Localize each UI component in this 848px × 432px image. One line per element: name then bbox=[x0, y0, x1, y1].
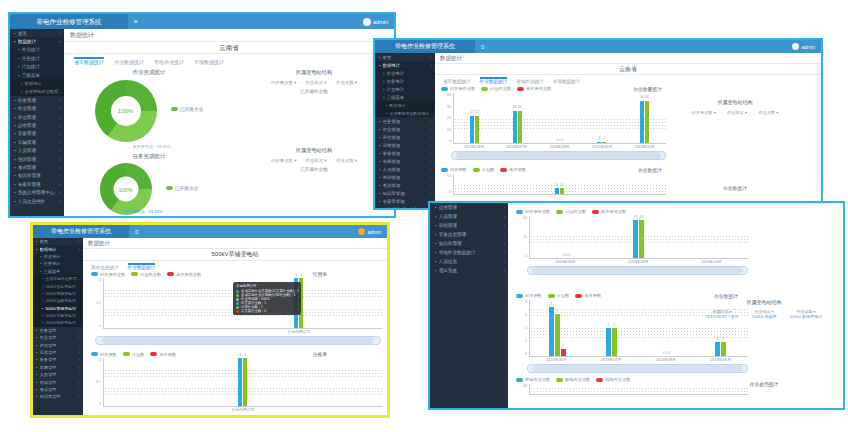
sidebar-item[interactable]: ▪三级菜单 bbox=[33, 268, 83, 275]
sidebar-item[interactable]: ▪考试管理› bbox=[375, 181, 435, 189]
legend-item[interactable]: 计划作业数 bbox=[556, 209, 586, 214]
sidebar-item[interactable]: ▪班组管理› bbox=[430, 221, 508, 230]
tab[interactable]: 带电作业统计 bbox=[154, 57, 184, 65]
sidebar-item[interactable]: ▪人员管理› bbox=[430, 212, 508, 221]
sidebar-item[interactable]: ▪运维管理› bbox=[430, 203, 508, 212]
sidebar-item[interactable]: ▪数据统计› bbox=[375, 61, 435, 69]
tab[interactable]: 作业数据统计 bbox=[480, 77, 508, 84]
sidebar-item[interactable]: ▪车辆管理› bbox=[10, 138, 64, 146]
sidebar-item[interactable]: ▪评估管理› bbox=[375, 133, 435, 141]
user-account[interactable]: admin bbox=[792, 43, 815, 50]
sidebar-item[interactable]: ▪110kV官渡变电站 bbox=[33, 282, 83, 289]
legend-item[interactable]: 线路作业次数 bbox=[596, 377, 630, 382]
legend-item[interactable]: 已开展数 bbox=[91, 352, 117, 357]
filter-select[interactable]: 作业批次 ▾ bbox=[306, 80, 327, 85]
horizontal-scrollbar[interactable] bbox=[527, 266, 748, 275]
legend-item[interactable]: 未开展数 bbox=[150, 352, 176, 357]
sidebar-item[interactable]: ▪评估管理› bbox=[33, 341, 83, 348]
sidebar-item[interactable]: ▪车辆管理› bbox=[375, 157, 435, 165]
sidebar-item[interactable]: ▪知识库管理› bbox=[10, 172, 64, 180]
legend-item[interactable]: 已开展数 bbox=[441, 167, 467, 172]
sidebar-item[interactable]: ▪任务统计 bbox=[33, 260, 83, 267]
legend-item[interactable]: 已开展作业数 bbox=[441, 86, 475, 91]
sidebar-item[interactable]: ▪退出系统› bbox=[430, 266, 508, 275]
sidebar-item[interactable]: ▪计划统计 bbox=[375, 85, 435, 93]
sidebar-item[interactable]: ▪考试管理› bbox=[33, 386, 83, 393]
sidebar-item[interactable]: ▪培训管理› bbox=[33, 378, 83, 385]
sidebar-item[interactable]: ▪装备管理› bbox=[10, 130, 64, 138]
sidebar-item[interactable]: ▪全省带电作业数据统计查询 bbox=[375, 109, 435, 117]
sidebar-item[interactable]: ▪人员管理› bbox=[375, 165, 435, 173]
sidebar-item[interactable]: ▪装备管理› bbox=[33, 356, 83, 363]
sidebar-item[interactable]: ▪三级菜单 bbox=[375, 93, 435, 101]
sidebar-item[interactable]: ▪作业统计 bbox=[375, 69, 435, 77]
tab[interactable]: 带电作业统计 bbox=[516, 77, 544, 84]
legend-item[interactable]: 计划数 bbox=[473, 167, 495, 172]
sidebar-item[interactable]: ▪人员信息› bbox=[430, 257, 508, 266]
sidebar-item[interactable]: ▪数据统计› bbox=[33, 245, 83, 252]
filter-select[interactable]: 作业次数 ▾ bbox=[336, 80, 357, 85]
filter-select[interactable]: 作业次数 ▾ bbox=[336, 158, 357, 163]
sidebar-item[interactable]: ▪全省带电作业数据统计 bbox=[33, 275, 83, 282]
user-account[interactable]: admin bbox=[358, 228, 381, 235]
sidebar-item[interactable]: ▪220kV海源变电站 bbox=[33, 290, 83, 297]
sidebar-item[interactable]: ▪系统运维管理中心› bbox=[375, 205, 435, 208]
user-account[interactable]: admin bbox=[363, 18, 388, 26]
legend-item[interactable]: 已开展作业 bbox=[171, 106, 204, 112]
tab[interactable]: 省市数据统计 bbox=[443, 77, 471, 84]
sidebar-item[interactable]: ▪首页› bbox=[375, 53, 435, 61]
sidebar-item[interactable]: ▪考试管理› bbox=[10, 163, 64, 171]
legend-item[interactable]: 已开展数 bbox=[516, 293, 542, 298]
sidebar-item[interactable]: ▪任务管理› bbox=[10, 96, 64, 104]
legend-item[interactable]: 未开展数 bbox=[500, 167, 526, 172]
sidebar-item[interactable]: ▪首页› bbox=[33, 238, 83, 245]
sidebar-item[interactable]: ▪系统运维管理中心› bbox=[10, 188, 64, 196]
horizontal-scrollbar[interactable] bbox=[451, 151, 666, 160]
legend-item[interactable]: 计划数 bbox=[123, 352, 145, 357]
sidebar-item[interactable]: ▪人员管理› bbox=[10, 146, 64, 154]
legend-item[interactable]: 计划作业数 bbox=[481, 86, 511, 91]
sidebar-item[interactable]: ▪运维管理› bbox=[375, 141, 435, 149]
tab[interactable]: 作业数据统计 bbox=[128, 263, 156, 270]
sidebar-item[interactable]: ▪评估管理› bbox=[10, 113, 64, 121]
sidebar-item[interactable]: ▪任务统计 bbox=[375, 77, 435, 85]
filter-select[interactable]: 作业批次 ▾ bbox=[727, 110, 747, 115]
sidebar-item[interactable]: ▪作业管理› bbox=[10, 105, 64, 113]
sidebar-item[interactable]: ▪作业统计 bbox=[10, 46, 64, 54]
legend-item[interactable]: 已开展作业数 bbox=[516, 209, 550, 214]
legend-item[interactable]: 未开展作业数 bbox=[517, 86, 551, 91]
sidebar-item[interactable]: ▪知识库管理› bbox=[375, 189, 435, 197]
legend-item[interactable]: 计划数 bbox=[548, 293, 570, 298]
sidebar-item[interactable]: ▪知识库管理› bbox=[33, 393, 83, 400]
hamburger-menu-icon[interactable]: ≡ bbox=[481, 44, 485, 50]
legend-item[interactable]: 未开展作业数 bbox=[592, 209, 626, 214]
tab[interactable]: 专项数据统计 bbox=[553, 77, 581, 84]
sidebar-item[interactable]: ▪任务管理› bbox=[375, 117, 435, 125]
legend-item[interactable]: 配电作业次数 bbox=[556, 377, 590, 382]
tab[interactable]: 专项数据统计 bbox=[194, 57, 224, 65]
filter-select[interactable]: 作业次数 ▾ bbox=[758, 110, 778, 115]
sidebar-item[interactable]: ▪装备信息管理› bbox=[430, 230, 508, 239]
sidebar-item[interactable]: ▪运维管理› bbox=[10, 121, 64, 129]
sidebar-item[interactable]: ▪作业管理› bbox=[375, 125, 435, 133]
sidebar-item[interactable]: ▪500kV七甸变电站 bbox=[33, 312, 83, 319]
sidebar-item[interactable]: ▪人员信息维护› bbox=[10, 197, 64, 205]
sidebar-item[interactable]: ▪作业管理› bbox=[33, 334, 83, 341]
sidebar-item[interactable]: ▪人员管理› bbox=[33, 371, 83, 378]
sidebar-item[interactable]: ▪知识库管理› bbox=[430, 239, 508, 248]
sidebar-item[interactable]: ▪220kV城东变电站 bbox=[33, 319, 83, 326]
hamburger-menu-icon[interactable]: ≡ bbox=[134, 18, 138, 25]
hamburger-menu-icon[interactable]: ≡ bbox=[135, 229, 139, 235]
sidebar-item[interactable]: ▪任务统计 bbox=[10, 54, 64, 62]
sidebar-item[interactable]: ▪220kV宝峰变电站 bbox=[33, 297, 83, 304]
filter-select[interactable]: 作业批次 ▾ bbox=[306, 158, 327, 163]
sidebar-item[interactable]: ▪培训管理› bbox=[10, 155, 64, 163]
legend-item[interactable]: 已开展作业数 bbox=[91, 272, 125, 277]
sidebar-item[interactable]: ▪计划统计 bbox=[10, 63, 64, 71]
sidebar-item[interactable]: ▪培训管理› bbox=[375, 173, 435, 181]
filter-select[interactable]: 作业地点 ▾500kV 草铺变 bbox=[752, 309, 776, 319]
sidebar-item[interactable]: ▪三级菜单 bbox=[10, 71, 64, 79]
filter-select[interactable]: 作业类型 ▾500kV 配电变电站 bbox=[790, 309, 822, 319]
legend-item[interactable]: 未开展数 bbox=[575, 293, 601, 298]
sidebar-item[interactable]: ▪任务管理› bbox=[33, 327, 83, 334]
